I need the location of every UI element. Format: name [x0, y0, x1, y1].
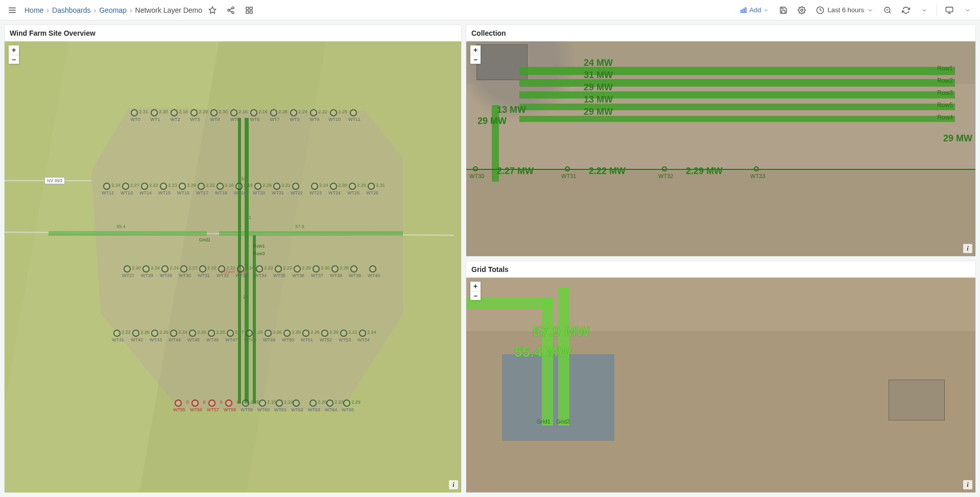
- turbine-marker[interactable]: [227, 330, 234, 337]
- turbine-marker[interactable]: [310, 109, 317, 116]
- turbine-marker[interactable]: [122, 183, 129, 190]
- turbine-marker[interactable]: [313, 265, 320, 272]
- turbine-marker[interactable]: [290, 109, 297, 116]
- turbine-marker[interactable]: [349, 183, 356, 190]
- attribution-icon[interactable]: i: [963, 480, 972, 489]
- attribution-icon[interactable]: i: [963, 244, 972, 253]
- turbine-marker[interactable]: [171, 109, 178, 116]
- turbine-marker[interactable]: [283, 330, 291, 337]
- menu-icon[interactable]: [4, 2, 20, 18]
- turbine-marker[interactable]: [331, 265, 339, 272]
- turbine-marker[interactable]: [237, 265, 244, 272]
- panel-chevron-icon[interactable]: [960, 2, 976, 18]
- breadcrumb-dashboards[interactable]: Dashboards: [52, 6, 91, 14]
- turbine-marker[interactable]: [131, 109, 138, 116]
- turbine-marker[interactable]: [311, 183, 318, 190]
- turbine-marker[interactable]: [256, 265, 263, 272]
- turbine-marker[interactable]: [189, 330, 196, 337]
- turbine-marker[interactable]: [192, 400, 199, 407]
- turbine-marker[interactable]: [321, 330, 328, 337]
- turbine-marker[interactable]: [217, 183, 224, 190]
- turbine-marker[interactable]: [180, 265, 187, 272]
- turbine-marker[interactable]: [208, 400, 216, 407]
- turbine-marker[interactable]: [309, 400, 317, 407]
- turbine-marker[interactable]: [293, 400, 300, 407]
- turbine-marker[interactable]: [151, 109, 158, 116]
- breadcrumb-home[interactable]: Home: [25, 6, 43, 14]
- turbine-marker[interactable]: [471, 165, 480, 173]
- turbine-marker[interactable]: [179, 183, 186, 190]
- turbine-marker[interactable]: [103, 183, 110, 190]
- turbine-marker[interactable]: [170, 330, 177, 337]
- turbine-marker[interactable]: [660, 165, 668, 173]
- refresh-icon[interactable]: [898, 2, 914, 18]
- zoom-in-button[interactable]: +: [9, 45, 19, 55]
- zoom-in-button[interactable]: +: [470, 45, 481, 55]
- add-button[interactable]: Add: [736, 4, 773, 16]
- zoom-in-button[interactable]: +: [470, 282, 481, 291]
- turbine-marker[interactable]: [190, 109, 198, 116]
- turbine-marker[interactable]: [359, 330, 366, 337]
- panel-title[interactable]: Grid Totals: [466, 261, 975, 278]
- turbine-marker[interactable]: [350, 265, 357, 272]
- turbine-marker[interactable]: [326, 400, 333, 407]
- turbine-marker[interactable]: [254, 183, 261, 190]
- turbine-marker[interactable]: [330, 109, 337, 116]
- turbine-marker[interactable]: [113, 330, 121, 337]
- turbine-marker[interactable]: [218, 265, 225, 272]
- turbine-marker[interactable]: [151, 330, 158, 337]
- turbine-marker[interactable]: [141, 183, 148, 190]
- turbine-marker[interactable]: [198, 183, 205, 190]
- panel-title[interactable]: Wind Farm Site Overview: [5, 25, 461, 41]
- attribution-icon[interactable]: i: [449, 480, 458, 489]
- turbine-marker[interactable]: [340, 330, 347, 337]
- turbine-marker[interactable]: [208, 330, 215, 337]
- refresh-chevron-icon[interactable]: [916, 2, 933, 18]
- panel-title[interactable]: Collection: [466, 25, 975, 41]
- zoom-out-button[interactable]: −: [9, 55, 19, 64]
- turbine-marker[interactable]: [246, 330, 253, 337]
- turbine-marker[interactable]: [230, 109, 237, 116]
- turbine-marker[interactable]: [275, 265, 282, 272]
- turbine-marker[interactable]: [142, 265, 150, 272]
- turbine-marker[interactable]: [210, 109, 218, 116]
- turbine-marker[interactable]: [343, 400, 350, 407]
- turbine-marker[interactable]: [368, 183, 375, 190]
- turbine-marker[interactable]: [563, 165, 571, 173]
- map-overview[interactable]: NV 893 55.4 57.9 24 31 29 Grid1: [5, 41, 461, 492]
- turbine-marker[interactable]: [294, 265, 301, 272]
- turbine-marker[interactable]: [270, 109, 277, 116]
- zoom-out-icon[interactable]: [879, 2, 896, 18]
- turbine-marker[interactable]: [175, 400, 182, 407]
- turbine-marker[interactable]: [330, 183, 337, 190]
- turbine-marker[interactable]: [259, 400, 266, 407]
- turbine-marker[interactable]: [265, 330, 272, 337]
- save-icon[interactable]: [775, 2, 792, 18]
- breadcrumb-geomap[interactable]: Geomap: [99, 6, 127, 14]
- turbine-marker[interactable]: [369, 265, 376, 272]
- turbine-marker[interactable]: [242, 400, 249, 407]
- map-collection[interactable]: 24 MWRow131 MWRow229 MWRow313 MWRow529 M…: [466, 41, 975, 256]
- turbine-marker[interactable]: [302, 330, 309, 337]
- share-icon[interactable]: [223, 2, 239, 18]
- turbine-marker[interactable]: [350, 109, 357, 116]
- turbine-marker[interactable]: [235, 183, 243, 190]
- turbine-marker[interactable]: [199, 265, 206, 272]
- turbine-marker[interactable]: [752, 165, 760, 173]
- tv-icon[interactable]: [941, 2, 958, 18]
- zoom-out-button[interactable]: −: [470, 55, 481, 64]
- turbine-marker[interactable]: [124, 265, 131, 272]
- turbine-marker[interactable]: [273, 183, 280, 190]
- time-range-picker[interactable]: Last 6 hours: [812, 4, 877, 16]
- apps-icon[interactable]: [241, 2, 257, 18]
- turbine-marker[interactable]: [132, 330, 139, 337]
- turbine-marker[interactable]: [225, 400, 232, 407]
- map-gridtotals[interactable]: 57.9 MW 55.4 MW Grid1 Grid2: [466, 278, 975, 492]
- star-icon[interactable]: [204, 2, 221, 18]
- settings-icon[interactable]: [794, 2, 810, 18]
- turbine-marker[interactable]: [250, 109, 257, 116]
- zoom-out-button[interactable]: −: [470, 291, 481, 300]
- turbine-marker[interactable]: [276, 400, 283, 407]
- turbine-marker[interactable]: [292, 183, 299, 190]
- turbine-marker[interactable]: [160, 183, 167, 190]
